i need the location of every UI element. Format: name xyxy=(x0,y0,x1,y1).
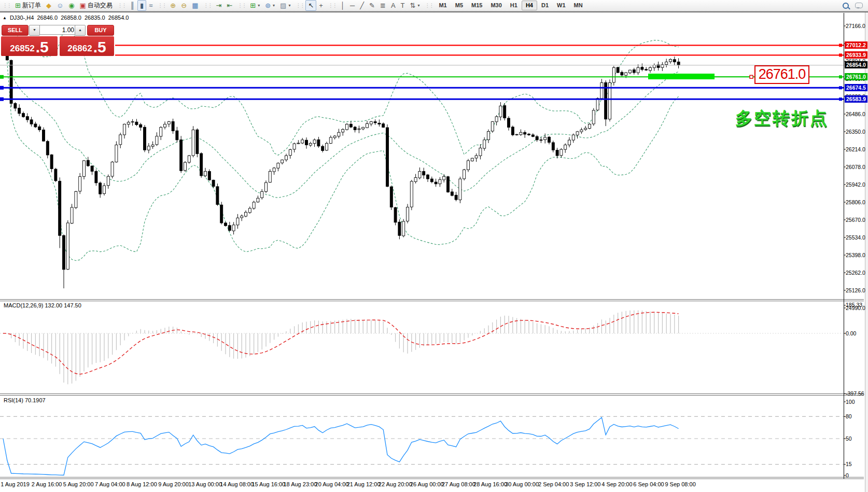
time-tick: 9 Aug 20:00 xyxy=(158,481,189,487)
timeframe-m5-button[interactable]: M5 xyxy=(451,1,467,10)
chat-icon[interactable] xyxy=(855,3,863,8)
time-tick: 4 Sep 20:00 xyxy=(601,481,632,487)
toolbar-groups: ⋮⋮⊞新订单◆☺◉▣自动交易⋮⋮║▮≈⋮⋮⊕⊖▦⋮⋮⇥⇤⋮⋮⊞▾⊚▾▨▾⋮⋮↖+… xyxy=(0,0,422,11)
timeframe-mn-button[interactable]: MN xyxy=(570,1,587,10)
timeframe-m15-button[interactable]: M15 xyxy=(467,1,486,10)
support-line-1-handle[interactable] xyxy=(839,86,842,89)
support-line-2-label: 26583.9 xyxy=(845,95,867,103)
timeframe-m30-button[interactable]: M30 xyxy=(486,1,506,10)
data-window-button[interactable]: ☺ xyxy=(54,0,66,11)
rsi-layer xyxy=(3,417,679,475)
price-tag-handle[interactable] xyxy=(750,75,753,78)
rsi-tick: 80 xyxy=(846,413,852,419)
channel-button[interactable]: ✎ xyxy=(367,0,377,11)
collapse-toggle-icon[interactable]: ▲ xyxy=(3,16,7,21)
toolbar: ⋮⋮⊞新订单◆☺◉▣自动交易⋮⋮║▮≈⋮⋮⊕⊖▦⋮⋮⇥⇤⋮⋮⊞▾⊚▾▨▾⋮⋮↖+… xyxy=(0,0,868,11)
pivot-line-handle[interactable] xyxy=(0,75,4,79)
macd-label: MACD(12,26,9) 132.00 147.50 xyxy=(4,302,81,308)
chart-shift-button[interactable]: ⇤ xyxy=(224,0,235,11)
text-label-button[interactable]: T xyxy=(398,0,408,11)
pivot-line-handle[interactable] xyxy=(839,75,842,78)
pivot-highlight-bar[interactable] xyxy=(648,74,715,79)
volume-decrease-button[interactable]: ▼ xyxy=(29,25,40,36)
support-line-1-handle[interactable] xyxy=(0,86,4,90)
buy-price-main: 26862 xyxy=(67,43,92,55)
vertical-line-icon: │ xyxy=(341,2,345,9)
text-label-icon: T xyxy=(401,2,405,9)
periods-button[interactable]: ⊚▾ xyxy=(262,0,277,11)
volume-input[interactable] xyxy=(39,25,77,35)
tile-windows-button[interactable]: ▦ xyxy=(189,0,201,11)
timeframe-h1-button[interactable]: H1 xyxy=(506,1,522,10)
rsi-tick: 50 xyxy=(846,435,852,442)
bar-chart-button[interactable]: ║ xyxy=(128,0,137,11)
time-tick: 27 Aug 08:00 xyxy=(442,481,475,487)
resistance-line-2-handle[interactable] xyxy=(839,53,842,57)
ohlc-close: 26854.0 xyxy=(108,15,129,21)
horizontal-line-icon: ─ xyxy=(350,2,355,9)
volume-increase-button[interactable]: ▲ xyxy=(75,25,86,36)
timeframe-d1-button[interactable]: D1 xyxy=(537,1,553,10)
candlestick-button[interactable]: ▮ xyxy=(137,0,146,11)
autotrading-button[interactable]: ▣自动交易 xyxy=(77,0,115,11)
bar-chart-icon: ║ xyxy=(130,2,135,9)
new-order-button[interactable]: ⊞新订单 xyxy=(12,0,44,11)
price-tick: 25534.0 xyxy=(846,234,865,241)
timeframe-m1-button[interactable]: M1 xyxy=(435,1,451,10)
auto-scroll-icon: ⇥ xyxy=(216,2,221,9)
crosshair-button[interactable]: + xyxy=(316,0,326,11)
price-tag-textbox[interactable]: 26761.0 xyxy=(754,65,809,84)
toolbar-grip: ⋮⋮ xyxy=(3,3,11,8)
timeframe-w1-button[interactable]: W1 xyxy=(553,1,570,10)
price-tick: 25126.0 xyxy=(846,287,865,293)
signals-button[interactable]: ◉ xyxy=(66,0,77,11)
dropdown-arrow-icon: ▾ xyxy=(273,3,275,8)
zoom-out-icon: ⊖ xyxy=(181,2,187,9)
autotrading-label: 自动交易 xyxy=(88,1,113,10)
templates-icon: ▨ xyxy=(280,2,286,9)
market-watch-button[interactable]: ◆ xyxy=(44,0,54,11)
toolbar-grip: ⋮⋮ xyxy=(237,3,246,8)
zoom-in-button[interactable]: ⊕ xyxy=(167,0,178,11)
resistance-line-1-handle[interactable] xyxy=(839,44,842,47)
trendline-icon: ╱ xyxy=(360,2,364,9)
buy-button[interactable]: BUY xyxy=(87,25,114,36)
dropdown-arrow-icon: ▾ xyxy=(417,3,419,8)
pivot-note-text[interactable]: 多空转折点 xyxy=(735,107,829,130)
timeframe-h4-button[interactable]: H4 xyxy=(522,1,537,10)
support-line-2-handle[interactable] xyxy=(0,97,4,101)
price-tick: 26078.0 xyxy=(846,164,865,170)
vertical-line-button[interactable]: │ xyxy=(338,0,347,11)
line-chart-button[interactable]: ≈ xyxy=(146,0,155,11)
indicators-button[interactable]: ⊞▾ xyxy=(247,0,262,11)
cursor-button[interactable]: ↖ xyxy=(305,0,316,11)
sell-price-main: 26852 xyxy=(10,43,34,55)
new-order-label: 新订单 xyxy=(22,1,41,10)
arrows-button[interactable]: ⇅▾ xyxy=(408,0,423,11)
text-button[interactable]: A xyxy=(388,0,398,11)
bollinger-bands-layer xyxy=(7,30,679,261)
search-icon[interactable] xyxy=(843,3,849,9)
templates-button[interactable]: ▨▾ xyxy=(277,0,293,11)
buy-price-button[interactable]: 26862 .5 xyxy=(60,36,114,56)
support-line-2-handle[interactable] xyxy=(839,97,842,101)
cursor-icon: ↖ xyxy=(308,2,314,9)
resistance-line-1-label: 27012.2 xyxy=(845,41,867,49)
fibonacci-button[interactable]: ≣ xyxy=(377,0,388,11)
trendline-button[interactable]: ╱ xyxy=(357,0,367,11)
autotrading-icon: ▣ xyxy=(80,2,86,9)
time-tick: 7 Aug 04:00 xyxy=(95,481,125,487)
toolbar-grip: ⋮⋮ xyxy=(425,3,433,8)
grid-layer xyxy=(0,65,844,465)
chart-canvas[interactable] xyxy=(0,0,868,492)
horizontal-line-button[interactable]: ─ xyxy=(347,0,357,11)
line-chart-icon: ≈ xyxy=(149,2,152,9)
auto-scroll-button[interactable]: ⇥ xyxy=(213,0,224,11)
price-tick: 25942.0 xyxy=(846,181,865,188)
toolbar-right xyxy=(843,3,868,9)
chart-shift-icon: ⇤ xyxy=(227,2,232,9)
sell-button[interactable]: SELL xyxy=(2,25,29,36)
zoom-out-button[interactable]: ⊖ xyxy=(178,0,189,11)
dropdown-arrow-icon: ▾ xyxy=(258,3,260,8)
sell-price-button[interactable]: 26852 .5 xyxy=(1,36,58,56)
